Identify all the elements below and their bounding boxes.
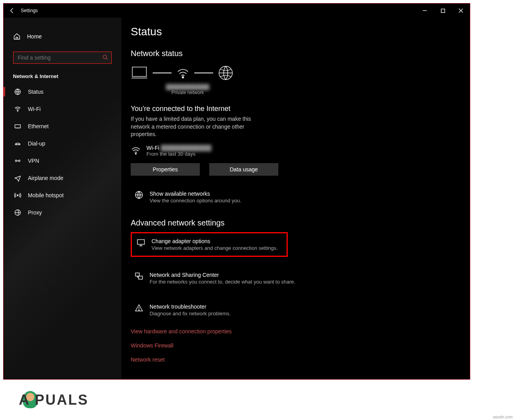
svg-point-3: [17, 111, 18, 111]
option-title: Network troubleshooter: [150, 304, 231, 310]
wifi-name: Wi-Fi: [146, 145, 159, 151]
watermark-avatar: [23, 391, 38, 408]
show-available-networks[interactable]: Show available networks View the connect…: [131, 187, 459, 207]
network-status-header: Network status: [131, 49, 459, 58]
sidebar-item-vpn[interactable]: VPN: [4, 152, 121, 169]
sidebar-item-dialup[interactable]: Dial-up: [4, 135, 121, 152]
option-desc: For the networks you connect to, decide …: [150, 279, 295, 285]
computer-icon: [131, 65, 148, 80]
svg-point-6: [18, 144, 19, 145]
titlebar: Settings: [4, 4, 470, 18]
connected-title: You're connected to the Internet: [131, 105, 459, 113]
svg-rect-0: [441, 9, 445, 13]
sidebar-item-wifi[interactable]: Wi-Fi: [4, 100, 121, 118]
sidebar-item-label: Mobile hotspot: [28, 192, 64, 198]
sidebar-item-proxy[interactable]: Proxy: [4, 204, 121, 221]
option-desc: View the connection options around you.: [150, 198, 241, 204]
sidebar-item-label: VPN: [28, 158, 39, 164]
svg-point-14: [135, 153, 137, 155]
main-content: Status Network status ████████████ Priva…: [121, 18, 470, 379]
home-button[interactable]: Home: [4, 29, 121, 44]
adapter-icon: [137, 238, 145, 247]
vpn-icon: [14, 157, 22, 165]
sidebar-item-airplane[interactable]: Airplane mode: [4, 169, 121, 187]
svg-point-7: [15, 160, 17, 162]
sharing-icon: [135, 272, 143, 280]
properties-button[interactable]: Properties: [131, 163, 200, 176]
connected-desc: If you have a limited data plan, you can…: [131, 115, 264, 138]
watermark-text: A PUALS: [19, 392, 89, 408]
corner-attribution: wsxdn.com: [493, 415, 513, 419]
sidebar-item-label: Dial-up: [28, 140, 45, 147]
search-input[interactable]: [13, 51, 112, 64]
sidebar-item-label: Wi-Fi: [28, 106, 41, 112]
svg-rect-4: [15, 125, 20, 128]
network-type-label: Private network: [131, 90, 245, 95]
globe-icon: [135, 191, 143, 199]
globe-icon: [14, 88, 22, 96]
network-diagram: [131, 65, 459, 81]
globe-icon: [218, 65, 234, 81]
svg-rect-16: [137, 240, 144, 244]
option-title: Change adapter options: [152, 238, 278, 244]
network-sharing-center[interactable]: Network and Sharing Center For the netwo…: [131, 268, 459, 289]
sidebar-item-label: Ethernet: [28, 123, 49, 129]
svg-point-9: [17, 195, 18, 196]
ethernet-icon: [14, 122, 22, 130]
wifi-sub: From the last 30 days: [146, 151, 212, 157]
svg-rect-17: [135, 273, 139, 276]
option-title: Show available networks: [150, 191, 241, 197]
close-button[interactable]: [452, 4, 470, 18]
svg-point-19: [139, 309, 139, 310]
svg-point-12: [182, 76, 184, 78]
network-troubleshooter[interactable]: Network troubleshooter Diagnose and fix …: [131, 300, 459, 320]
wifi-info-row: Wi-Fi █████████████ From the last 30 day…: [131, 145, 459, 157]
wifi-icon: [14, 105, 22, 113]
data-usage-button[interactable]: Data usage: [209, 163, 278, 176]
advanced-header: Advanced network settings: [131, 218, 459, 227]
sidebar-item-label: Proxy: [28, 209, 42, 216]
svg-rect-18: [139, 276, 142, 279]
home-label: Home: [27, 33, 42, 40]
wifi-icon: [131, 145, 141, 156]
page-title: Status: [131, 25, 459, 38]
maximize-button[interactable]: [434, 4, 452, 18]
window-title: Settings: [21, 8, 38, 13]
proxy-icon: [14, 209, 22, 216]
svg-point-5: [16, 144, 17, 145]
wifi-ssid-blurred: █████████████: [161, 145, 212, 151]
minimize-button[interactable]: [416, 4, 434, 18]
svg-point-8: [18, 160, 20, 162]
link-hardware-properties[interactable]: View hardware and connection properties: [131, 328, 459, 335]
sidebar-category: Network & Internet: [4, 73, 121, 83]
warning-icon: [135, 304, 143, 312]
option-desc: View network adapters and change connect…: [152, 245, 278, 251]
settings-window: Settings Home: [3, 3, 470, 380]
home-icon: [13, 33, 21, 40]
airplane-icon: [14, 174, 22, 182]
back-button[interactable]: [4, 4, 21, 18]
network-name-blurred: ████████████: [131, 84, 245, 90]
change-adapter-options[interactable]: Change adapter options View network adap…: [131, 232, 288, 257]
hotspot-icon: [14, 191, 22, 199]
link-network-reset[interactable]: Network reset: [131, 356, 459, 363]
dialup-icon: [14, 140, 22, 147]
option-title: Network and Sharing Center: [150, 272, 295, 278]
sidebar: Home Network & Internet Status Wi-Fi: [4, 18, 121, 379]
link-windows-firewall[interactable]: Windows Firewall: [131, 342, 459, 349]
svg-point-1: [103, 55, 107, 59]
sidebar-item-label: Status: [28, 89, 44, 95]
sidebar-item-hotspot[interactable]: Mobile hotspot: [4, 187, 121, 204]
sidebar-item-status[interactable]: Status: [4, 83, 121, 100]
wifi-icon: [176, 66, 190, 80]
option-desc: Diagnose and fix network problems.: [150, 311, 231, 316]
sidebar-item-ethernet[interactable]: Ethernet: [4, 118, 121, 135]
search-icon: [102, 55, 108, 61]
svg-rect-11: [132, 67, 146, 76]
sidebar-item-label: Airplane mode: [28, 175, 63, 181]
